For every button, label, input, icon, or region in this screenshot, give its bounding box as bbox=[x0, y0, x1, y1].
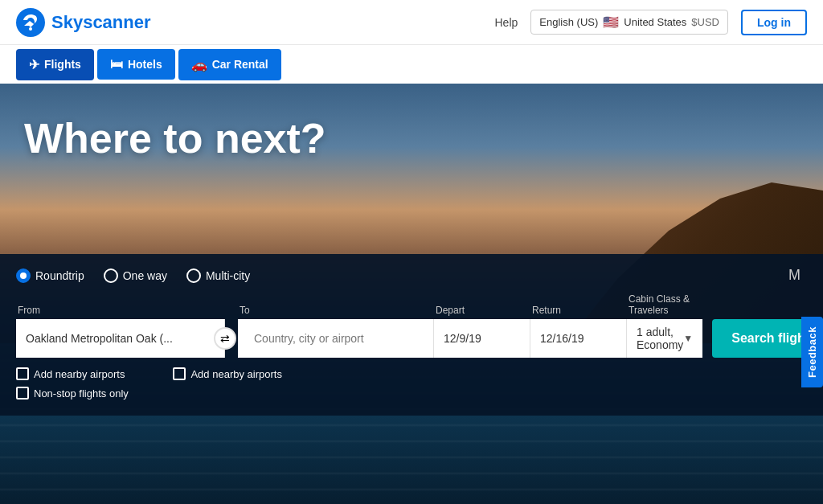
skyscanner-logo-icon bbox=[16, 8, 45, 37]
logo-area: Skyscanner bbox=[16, 8, 151, 37]
currency-label: $USD bbox=[691, 16, 719, 28]
oneway-option[interactable]: One way bbox=[104, 268, 167, 283]
return-input[interactable] bbox=[530, 319, 627, 358]
car-icon: 🚗 bbox=[191, 57, 207, 72]
depart-input[interactable] bbox=[434, 319, 530, 358]
multicity-radio[interactable] bbox=[186, 268, 201, 283]
tab-car-rental-label: Car Rental bbox=[212, 58, 268, 71]
cabin-value: 1 adult, Economy bbox=[637, 326, 683, 351]
search-box: Roundtrip One way Multi-city M From ⇄ bbox=[0, 254, 823, 416]
depart-label: Depart bbox=[434, 305, 530, 316]
nonstop-label: Non-stop flights only bbox=[34, 387, 129, 400]
hotels-icon: 🛏 bbox=[110, 57, 123, 72]
logo-text: Skyscanner bbox=[51, 12, 151, 33]
from-input[interactable] bbox=[16, 319, 225, 358]
swap-button[interactable]: ⇄ bbox=[214, 327, 236, 350]
return-label: Return bbox=[530, 305, 627, 316]
from-field-group: From ⇄ bbox=[16, 305, 225, 358]
nearby-from-label: Add nearby airports bbox=[34, 368, 125, 380]
hero-title: Where to next? bbox=[24, 116, 326, 162]
svg-point-1 bbox=[29, 27, 32, 31]
tab-hotels[interactable]: 🛏 Hotels bbox=[97, 49, 175, 80]
roundtrip-option[interactable]: Roundtrip bbox=[16, 268, 84, 283]
to-label: To bbox=[238, 305, 434, 316]
more-options-icon: M bbox=[788, 267, 800, 284]
nearby-to-checkbox[interactable] bbox=[173, 367, 186, 380]
roundtrip-radio-inner bbox=[20, 272, 27, 279]
cabin-label: Cabin Class & Travelers bbox=[627, 293, 702, 316]
tab-flights-label: Flights bbox=[44, 58, 81, 71]
nearby-from-checkbox-label[interactable]: Add nearby airports bbox=[16, 367, 125, 380]
tab-flights[interactable]: ✈ Flights bbox=[16, 49, 94, 80]
search-fields: From ⇄ To Depart Return bbox=[16, 293, 807, 358]
from-label: From bbox=[16, 305, 225, 316]
nearby-to-label: Add nearby airports bbox=[190, 368, 281, 380]
tab-hotels-label: Hotels bbox=[128, 58, 162, 71]
flights-icon: ✈ bbox=[29, 57, 39, 72]
roundtrip-label: Roundtrip bbox=[35, 269, 84, 282]
nearby-to-checkbox-label[interactable]: Add nearby airports bbox=[173, 367, 281, 380]
return-field-group: Return bbox=[530, 305, 627, 358]
cabin-chevron-icon: ▼ bbox=[683, 333, 693, 344]
nonstop-checkbox-label[interactable]: Non-stop flights only bbox=[16, 387, 807, 400]
hero-section: Where to next? Roundtrip One way Multi-c… bbox=[0, 84, 823, 504]
help-link[interactable]: Help bbox=[495, 16, 518, 29]
header: Skyscanner Help English (US) 🇺🇸 United S… bbox=[0, 0, 823, 45]
header-right: Help English (US) 🇺🇸 United States $USD … bbox=[495, 10, 808, 35]
login-button[interactable]: Log in bbox=[741, 10, 807, 35]
nearby-from-checkbox[interactable] bbox=[16, 367, 29, 380]
country-label: United States bbox=[624, 16, 686, 28]
oneway-label: One way bbox=[123, 269, 167, 282]
multicity-option[interactable]: Multi-city bbox=[186, 268, 250, 283]
checkbox-row: Add nearby airports Add nearby airports bbox=[16, 367, 807, 380]
locale-button[interactable]: English (US) 🇺🇸 United States $USD bbox=[530, 10, 728, 35]
roundtrip-radio[interactable] bbox=[16, 268, 31, 283]
trip-type-selector: Roundtrip One way Multi-city M bbox=[16, 267, 807, 284]
tab-car-rental[interactable]: 🚗 Car Rental bbox=[178, 49, 281, 80]
cabin-field-group: Cabin Class & Travelers 1 adult, Economy… bbox=[627, 293, 702, 358]
oneway-radio[interactable] bbox=[104, 268, 118, 283]
nav-tabs: ✈ Flights 🛏 Hotels 🚗 Car Rental bbox=[0, 45, 823, 84]
to-input[interactable] bbox=[238, 319, 434, 358]
feedback-tab[interactable]: Feedback bbox=[801, 317, 823, 387]
multicity-label: Multi-city bbox=[206, 269, 250, 282]
flag-icon: 🇺🇸 bbox=[603, 14, 619, 30]
cabin-selector[interactable]: 1 adult, Economy ▼ bbox=[627, 319, 702, 358]
depart-field-group: Depart bbox=[434, 305, 530, 358]
to-field-group: To bbox=[225, 305, 434, 358]
nonstop-checkbox[interactable] bbox=[16, 387, 29, 400]
locale-label: English (US) bbox=[539, 16, 598, 28]
